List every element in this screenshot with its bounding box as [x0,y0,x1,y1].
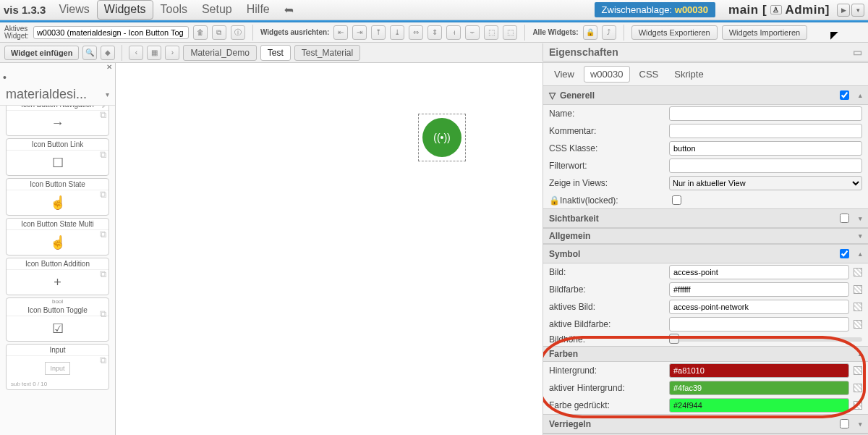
palette-item[interactable]: Icon Button Addition+⧉ [6,258,109,295]
filter-input[interactable] [669,159,862,173]
menu-help[interactable]: Hilfe [239,0,277,20]
copy-icon[interactable]: ⧉ [100,149,106,161]
copy-icon[interactable]: ⧉ [100,189,106,200]
dropdown-icon[interactable]: ▾ [851,4,864,17]
menu-setup[interactable]: Setup [195,0,239,20]
chevron-up-icon[interactable]: ▴ [859,250,862,258]
chevron-up-icon[interactable]: ▴ [859,350,862,358]
palette-item[interactable]: Icon Button State☝⧉ [6,178,109,216]
palette-item-icon: + [7,270,109,295]
delete-icon[interactable]: 🗑 [193,25,208,40]
prop-tab-view[interactable]: View [548,66,581,83]
section-general[interactable]: ▽ Generell ▴ [543,85,868,105]
collapse-icon[interactable]: ▭ [853,46,862,58]
palette-category[interactable]: materialdesi... ▾ [0,84,115,106]
dist-v-icon[interactable]: ⫟ [465,25,480,40]
section-symbol[interactable]: Symbol▴ [543,244,868,263]
canvas[interactable]: ((•)) [116,63,542,435]
context-info: main [ ♙ Admin] [728,3,830,17]
palette-item[interactable]: Icon Button State Multi☝⧉ [6,218,109,255]
section-colors[interactable]: Farben▴ [543,346,868,362]
cssclass-input[interactable] [669,141,862,156]
showin-select[interactable]: Nur in aktueller View [669,176,862,190]
same-width-icon[interactable]: ⬚ [484,25,498,40]
copy-icon[interactable]: ⧉ [212,25,226,40]
menu-tools[interactable]: Tools [153,0,195,20]
grid-icon[interactable]: ▦ [147,46,161,60]
align-left-icon[interactable]: ⇤ [333,25,348,40]
tab-test[interactable]: Test [260,45,291,61]
aktivesbild-input[interactable] [669,300,849,314]
copy-icon[interactable]: ⧉ [100,308,106,320]
bildfarbe-input[interactable] [669,282,849,297]
section-visibility[interactable]: Sichtbarkeit▾ [543,208,868,228]
align-right-icon[interactable]: ⇥ [352,25,367,40]
dist-h-icon[interactable]: ⫞ [446,25,461,40]
picker-icon[interactable] [854,285,862,294]
align-top-icon[interactable]: ⤒ [371,25,386,40]
picker-icon[interactable] [854,366,862,375]
prev-icon[interactable]: ‹ [129,46,143,60]
section-common[interactable]: Allgemein▾ [543,228,868,244]
prop-tab-css[interactable]: CSS [633,66,665,83]
comment-input[interactable] [669,124,862,138]
selected-widget[interactable]: ((•)) [418,114,466,161]
active-widget-input[interactable] [33,26,189,39]
bildhoehe-slider[interactable] [669,337,862,342]
picker-icon[interactable] [854,320,862,329]
clipboard-badge[interactable]: Zwischenablage: w00030 [595,2,715,17]
palette-item[interactable]: InputInputsub text 0 / 10⧉ [6,344,109,390]
palette-item[interactable]: Icon Button Link☐⧉ [6,138,109,176]
copy-icon[interactable]: ⧉ [100,269,106,280]
play-icon[interactable]: ▶ [837,4,850,17]
insert-widget-button[interactable]: Widget einfügen [4,46,79,60]
copy-icon[interactable]: ⧉ [100,229,106,240]
chevron-down-icon[interactable]: ▾ [859,232,862,240]
undo-icon[interactable]: ➦ [277,0,301,20]
vis-check[interactable] [840,214,849,223]
prop-tab-scripts[interactable]: Skripte [668,66,710,83]
export-button[interactable]: Widgets Exportieren [631,25,718,40]
app-title: vis 1.3.3 [4,4,46,16]
hintergrund-input[interactable] [669,363,849,378]
icon-button-widget[interactable]: ((•)) [422,118,461,157]
align-bottom-icon[interactable]: ⤓ [390,25,404,40]
bild-input[interactable] [669,265,849,279]
align-hcenter-icon[interactable]: ⇔ [409,25,423,40]
tab-test-material[interactable]: Test_Material [294,45,360,61]
symbol-check[interactable] [840,249,849,258]
menu-widgets[interactable]: Widgets [97,0,153,20]
showin-label: Zeige in Views: [549,178,665,188]
lock-icon[interactable]: 🔒 [583,25,597,40]
chevron-down-icon[interactable]: ▾ [859,421,862,428]
aktivebildfarbe-input[interactable] [669,317,849,331]
section-lock[interactable]: Verriegeln▾ [543,414,868,434]
tab-material-demo[interactable]: Material_Demo [183,45,256,61]
section-general-check[interactable] [840,90,849,100]
menu-views[interactable]: Views [51,0,96,20]
picker-icon[interactable] [854,384,862,392]
info-icon[interactable]: ⓘ [231,25,245,40]
name-input[interactable] [669,106,862,121]
pin-icon[interactable]: ◆ [101,46,115,60]
picker-icon[interactable] [854,401,862,410]
chevron-down-icon[interactable]: ▾ [859,215,862,222]
lock-check[interactable] [840,419,849,428]
same-height-icon[interactable]: ⬚ [503,25,517,40]
copy-icon[interactable]: ⧉ [100,355,106,366]
next-icon[interactable]: › [165,46,179,60]
align-vcenter-icon[interactable]: ⇕ [427,25,442,40]
locked-check[interactable] [672,195,681,205]
akt-hintergrund-input[interactable] [669,381,849,395]
close-icon[interactable]: ✕ [0,63,115,71]
search-icon[interactable]: 🔍 [82,46,97,60]
chevron-up-icon[interactable]: ▴ [859,92,862,99]
import-button[interactable]: Widgets Importieren [722,25,807,40]
picker-icon[interactable] [854,303,862,311]
prop-tab-widget[interactable]: w00030 [584,66,630,83]
farbe-gedrueckt-input[interactable] [669,398,849,413]
export-icon[interactable]: ⤴ [602,25,616,40]
palette-item[interactable]: boolIcon Button Toggle☑⧉ [6,297,109,342]
picker-icon[interactable] [854,268,862,276]
palette-item[interactable]: Icon Button Navigation→⧉➜ [6,106,109,136]
